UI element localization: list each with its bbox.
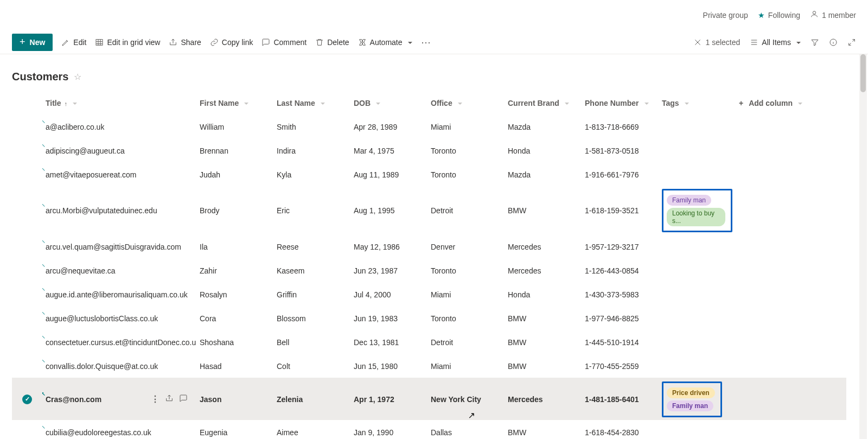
table-row[interactable]: cubilia@eudoloreegestas.co.ukEugeniaAime…: [12, 420, 846, 439]
col-phone[interactable]: Phone Number: [582, 97, 659, 110]
table-row[interactable]: amet@vitaeposuereat.comJudahKylaAug 11, …: [12, 162, 846, 186]
cell-office: Denver: [427, 240, 505, 253]
row-selector[interactable]: [12, 364, 42, 368]
cell-dob: Apr 28, 1989: [350, 120, 427, 133]
title-cell[interactable]: adipiscing@augueut.ca: [42, 144, 196, 157]
col-first-name[interactable]: First Name: [196, 97, 273, 110]
tag-pill[interactable]: Price driven: [667, 387, 715, 398]
edit-grid-button[interactable]: Edit in grid view: [95, 38, 160, 47]
title-cell[interactable]: consectetuer.cursus.et@tinciduntDonec.co…: [42, 336, 196, 349]
info-pane-button[interactable]: [829, 38, 838, 47]
row-selector[interactable]: [12, 269, 42, 273]
table-row[interactable]: arcu.Morbi@vulputateduinec.eduBrodyEricA…: [12, 186, 846, 234]
title-cell[interactable]: convallis.dolor.Quisque@at.co.uk: [42, 360, 196, 373]
title-link[interactable]: consectetuer.cursus.et@tinciduntDonec.co…: [46, 338, 196, 347]
members-button[interactable]: 1 member: [810, 10, 856, 20]
cell-brand: BMW: [505, 426, 582, 439]
new-button[interactable]: + New: [12, 34, 53, 51]
row-selector[interactable]: [12, 340, 42, 345]
col-office[interactable]: Office: [427, 97, 505, 110]
title-link[interactable]: arcu.vel.quam@sagittisDuisgravida.com: [46, 243, 181, 251]
table-row[interactable]: adipiscing@augueut.caBrennanIndiraMar 4,…: [12, 138, 846, 162]
cell-dob: Mar 4, 1975: [350, 144, 427, 157]
table-row[interactable]: ✓Cras@non.comJasonZeleniaApr 1, 1972New …: [12, 378, 846, 420]
comment-label: Comment: [273, 38, 307, 47]
row-selector[interactable]: [12, 292, 42, 297]
cell-first: Zahir: [196, 264, 273, 277]
title-cell[interactable]: cubilia@eudoloreegestas.co.uk: [42, 426, 196, 439]
clear-selection-button[interactable]: 1 selected: [693, 38, 740, 47]
following-label: Following: [768, 11, 800, 20]
table-row[interactable]: a@aclibero.co.ukWilliamSmithApr 28, 1989…: [12, 114, 846, 138]
favorite-star-icon[interactable]: ☆: [74, 72, 81, 82]
row-selector[interactable]: [12, 430, 42, 435]
title-cell[interactable]: arcu@nequevitae.ca: [42, 264, 196, 277]
star-icon: ★: [758, 11, 765, 20]
row-selector[interactable]: ✓: [12, 392, 42, 406]
col-title[interactable]: Title: [42, 97, 196, 110]
title-cell[interactable]: augue@luctuslobortisClass.co.uk: [42, 312, 196, 325]
list-scroll-area[interactable]: Customers ☆ Title First Name Last Name D…: [0, 54, 858, 439]
row-share-icon[interactable]: [165, 394, 174, 404]
col-brand[interactable]: Current Brand: [505, 97, 582, 110]
table-row[interactable]: augue.id.ante@liberomaurisaliquam.co.ukR…: [12, 282, 846, 306]
tag-pill[interactable]: Family man: [667, 400, 713, 411]
title-link[interactable]: adipiscing@augueut.ca: [46, 147, 125, 155]
row-selector[interactable]: [12, 208, 42, 213]
table-row[interactable]: arcu@nequevitae.caZahirKaseemJun 23, 198…: [12, 258, 846, 282]
title-link[interactable]: augue@luctuslobortisClass.co.uk: [46, 314, 158, 323]
title-link[interactable]: convallis.dolor.Quisque@at.co.uk: [46, 362, 158, 371]
comment-button[interactable]: Comment: [261, 38, 307, 47]
title-link[interactable]: augue.id.ante@liberomaurisaliquam.co.uk: [46, 290, 188, 299]
title-cell[interactable]: a@aclibero.co.uk: [42, 120, 196, 133]
table-row[interactable]: consectetuer.cursus.et@tinciduntDonec.co…: [12, 330, 846, 354]
table-row[interactable]: arcu.vel.quam@sagittisDuisgravida.comIla…: [12, 234, 846, 258]
col-last-name[interactable]: Last Name: [273, 97, 350, 110]
row-selector[interactable]: [12, 245, 42, 249]
share-button[interactable]: Share: [169, 38, 201, 47]
filter-button[interactable]: [810, 38, 819, 47]
table-row[interactable]: augue@luctuslobortisClass.co.ukCoraBloss…: [12, 306, 846, 330]
cell-last: Reese: [273, 240, 350, 253]
scrollbar-thumb[interactable]: [860, 54, 866, 92]
following-toggle[interactable]: ★ Following: [758, 11, 800, 20]
title-link[interactable]: amet@vitaeposuereat.com: [46, 170, 137, 179]
title-link[interactable]: Cras@non.com: [46, 395, 101, 404]
automate-button[interactable]: Automate: [358, 38, 412, 47]
edit-button[interactable]: Edit: [61, 38, 86, 47]
select-all-header[interactable]: [12, 101, 42, 105]
title-link[interactable]: arcu@nequevitae.ca: [46, 266, 116, 275]
row-more-icon[interactable]: [151, 394, 159, 404]
title-link[interactable]: cubilia@eudoloreegestas.co.uk: [46, 428, 151, 437]
row-selector[interactable]: [12, 316, 42, 321]
tag-pill[interactable]: Family man: [667, 195, 711, 206]
privacy-label: Private group: [703, 11, 748, 20]
table-row[interactable]: convallis.dolor.Quisque@at.co.ukHasadCol…: [12, 354, 846, 378]
col-dob[interactable]: DOB: [350, 97, 427, 110]
title-cell[interactable]: arcu.Morbi@vulputateduinec.edu: [42, 204, 196, 217]
copy-link-button[interactable]: Copy link: [210, 38, 253, 47]
row-selector[interactable]: [12, 125, 42, 129]
title-cell[interactable]: amet@vitaeposuereat.com: [42, 168, 196, 181]
view-switcher[interactable]: All Items: [750, 38, 801, 47]
row-selector[interactable]: [12, 173, 42, 177]
row-comment-icon[interactable]: [179, 394, 188, 404]
chevron-down-icon: [374, 99, 380, 107]
col-tags[interactable]: Tags: [659, 97, 736, 110]
title-link[interactable]: a@aclibero.co.uk: [46, 123, 104, 131]
more-commands-button[interactable]: [421, 36, 431, 48]
vertical-scrollbar[interactable]: [859, 54, 867, 439]
add-column-button[interactable]: +Add column: [736, 97, 813, 110]
title-cell[interactable]: arcu.vel.quam@sagittisDuisgravida.com: [42, 240, 196, 253]
title-link[interactable]: arcu.Morbi@vulputateduinec.edu: [46, 206, 157, 215]
tag-pill[interactable]: Looking to buy s...: [667, 208, 725, 226]
row-selector[interactable]: [12, 149, 42, 153]
title-cell[interactable]: Cras@non.com: [42, 392, 196, 406]
list-icon: [750, 38, 758, 47]
cell-first: Eugenia: [196, 426, 273, 439]
cell-first: Brody: [196, 204, 273, 217]
delete-button[interactable]: Delete: [315, 38, 349, 47]
title-cell[interactable]: augue.id.ante@liberomaurisaliquam.co.uk: [42, 288, 196, 301]
expand-button[interactable]: [847, 38, 856, 47]
cell-empty: [736, 245, 813, 249]
